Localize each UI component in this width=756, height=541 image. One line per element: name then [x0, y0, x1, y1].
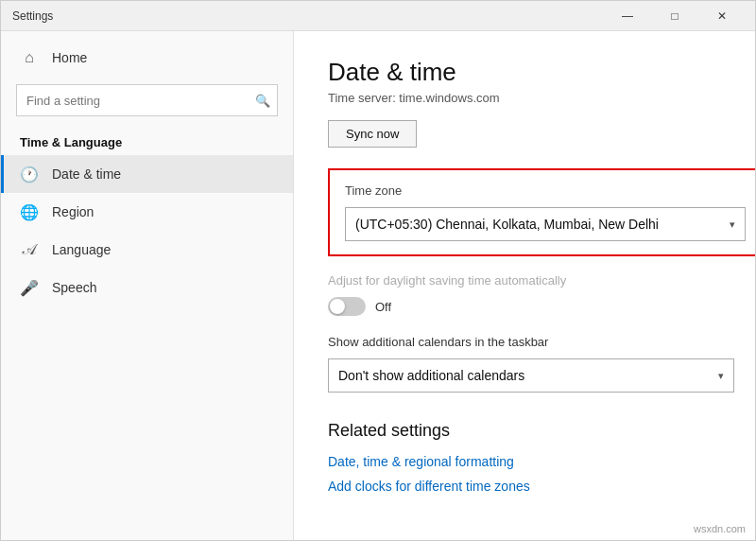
close-button[interactable]: ✕: [700, 1, 744, 31]
home-icon: ⌂: [20, 48, 39, 67]
page-title: Date & time: [328, 58, 721, 87]
timezone-dropdown-arrow: ▾: [730, 218, 735, 231]
speech-icon: 🎤: [20, 278, 39, 297]
sidebar-item-date-time[interactable]: 🕐 Date & time: [1, 155, 293, 193]
timezone-section: Time zone (UTC+05:30) Chennai, Kolkata, …: [328, 168, 755, 256]
search-box: 🔍: [16, 84, 278, 116]
sidebar-item-home[interactable]: ⌂ Home: [1, 39, 293, 77]
sidebar-item-language[interactable]: 𝒜 Language: [1, 231, 293, 269]
main-content: Date & time Time server: time.windows.co…: [294, 31, 755, 540]
sidebar-language-label: Language: [52, 242, 111, 257]
related-settings-title: Related settings: [328, 421, 721, 441]
toggle-knob: [330, 299, 345, 314]
region-icon: 🌐: [20, 202, 39, 221]
calendar-value: Don't show additional calendars: [338, 368, 524, 383]
timezone-label: Time zone: [345, 183, 746, 198]
maximize-button[interactable]: □: [653, 1, 696, 31]
window-controls: — □ ✕: [606, 1, 744, 31]
sidebar-item-speech[interactable]: 🎤 Speech: [1, 269, 293, 306]
sidebar-item-region[interactable]: 🌐 Region: [1, 193, 293, 231]
calendar-dropdown[interactable]: Don't show additional calendars ▾: [328, 358, 734, 393]
link-regional-formatting[interactable]: Date, time & regional formatting: [328, 454, 721, 469]
search-input[interactable]: [16, 84, 278, 116]
window-title: Settings: [12, 9, 53, 23]
timezone-dropdown[interactable]: (UTC+05:30) Chennai, Kolkata, Mumbai, Ne…: [345, 207, 746, 241]
date-time-icon: 🕐: [20, 165, 39, 183]
link-add-clocks[interactable]: Add clocks for different time zones: [328, 479, 721, 494]
minimize-button[interactable]: —: [606, 1, 649, 31]
timezone-value: (UTC+05:30) Chennai, Kolkata, Mumbai, Ne…: [355, 217, 659, 232]
sidebar: ⌂ Home 🔍 Time & Language 🕐 Date & time 🌐…: [1, 31, 294, 540]
toggle-off-label: Off: [375, 300, 391, 314]
sidebar-date-time-label: Date & time: [52, 166, 121, 182]
toggle-row: Off: [328, 297, 721, 316]
sync-now-button[interactable]: Sync now: [328, 120, 417, 148]
section-label: Time & Language: [1, 128, 293, 155]
daylight-saving-label: Adjust for daylight saving time automati…: [328, 273, 721, 288]
title-bar: Settings — □ ✕: [1, 1, 755, 31]
calendar-dropdown-arrow: ▾: [718, 370, 724, 382]
search-icon: 🔍: [255, 94, 270, 108]
watermark: wsxdn.com: [694, 523, 746, 534]
sidebar-home-label: Home: [52, 50, 87, 65]
sidebar-speech-label: Speech: [52, 280, 96, 295]
calendar-section-label: Show additional calendars in the taskbar: [328, 335, 721, 349]
language-icon: 𝒜: [20, 240, 39, 259]
time-server-label: Time server: time.windows.com: [328, 91, 721, 105]
sidebar-region-label: Region: [52, 204, 94, 219]
daylight-toggle[interactable]: [328, 297, 366, 316]
